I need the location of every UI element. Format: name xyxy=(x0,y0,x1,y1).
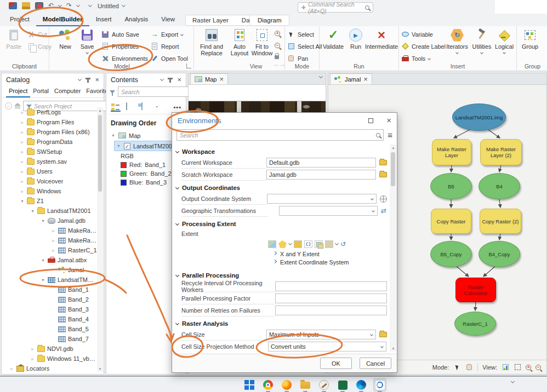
expander-icon[interactable]: ▹ xyxy=(20,159,25,164)
scroll-down-icon[interactable]: ▾ xyxy=(98,367,102,371)
tree-item[interactable]: Band_1 xyxy=(2,285,97,295)
pan-button[interactable]: Pan xyxy=(287,54,308,63)
section-processing-extent[interactable]: Processing Extent xyxy=(172,219,389,229)
zoom-in-icon[interactable]: + xyxy=(275,31,280,36)
xy-extent-expander[interactable]: X and Y Extent xyxy=(172,250,389,258)
intermediate-button[interactable]: × Intermediate xyxy=(364,28,398,50)
expander-icon[interactable]: ▹ xyxy=(20,179,25,184)
scroll-up-icon[interactable]: ▴ xyxy=(391,146,395,149)
taskbar-icon[interactable] xyxy=(243,378,256,391)
redo-dropdown-icon[interactable] xyxy=(76,3,80,7)
cell-size-projection-select[interactable] xyxy=(268,342,386,351)
retries-input[interactable] xyxy=(275,305,387,315)
catalog-scrollbar[interactable]: ▴ ▾ xyxy=(97,107,103,372)
tree-item[interactable]: ▹ MakeRas_Land... xyxy=(2,226,97,235)
expander-icon[interactable]: ▹ xyxy=(20,120,25,125)
save-button[interactable]: Save xyxy=(76,28,99,54)
close-icon[interactable] xyxy=(95,77,99,83)
tab-jamal[interactable]: Jamal xyxy=(330,73,372,84)
more-options-icon[interactable]: ••• xyxy=(173,104,181,111)
expander-icon[interactable]: ▹ xyxy=(51,238,56,243)
ribbon-tab[interactable]: Analysis xyxy=(118,14,155,26)
iterators-button[interactable]: ↻ Iterators xyxy=(444,28,470,54)
catalog-tab[interactable]: Project xyxy=(6,87,30,97)
maximize-icon[interactable] xyxy=(368,118,373,123)
taskbar-icon[interactable] xyxy=(317,378,331,391)
tab-list-icon[interactable] xyxy=(319,74,323,78)
paste-button[interactable]: Paste xyxy=(2,28,25,50)
scrollbar-thumb[interactable] xyxy=(391,152,395,186)
zoom-out-icon[interactable]: − xyxy=(535,365,541,370)
list-by-source-icon[interactable] xyxy=(126,103,136,112)
panel-menu-icon[interactable] xyxy=(160,77,164,81)
taskbar-icon[interactable] xyxy=(373,378,386,391)
layer-checkbox[interactable] xyxy=(124,143,130,149)
expander-icon[interactable]: ▹ xyxy=(51,228,56,233)
run-button[interactable]: ▶ Run xyxy=(346,28,366,50)
zoom-out-icon[interactable]: − xyxy=(275,43,280,48)
scrollbar-thumb[interactable] xyxy=(98,115,102,192)
system-tray-chevron-icon[interactable] xyxy=(511,379,515,383)
scroll-down-icon[interactable]: ▾ xyxy=(391,347,395,350)
dialog-menu-icon[interactable] xyxy=(388,132,392,139)
model-node-tool[interactable]: Make Raster Layer (2) xyxy=(480,139,522,165)
taskbar-icon[interactable] xyxy=(280,378,293,391)
scratch-workspace-input[interactable] xyxy=(266,170,376,180)
tree-item[interactable]: Band_7 xyxy=(2,334,97,344)
context-tab[interactable]: Raster Layer xyxy=(186,17,235,24)
tree-item[interactable]: Band_4 xyxy=(2,314,97,324)
save-dropdown-icon[interactable] xyxy=(86,51,89,54)
fit-to-window-button[interactable]: Fit to Window xyxy=(250,28,274,56)
expander-icon[interactable]: ▹ xyxy=(20,130,25,135)
tools-button[interactable]: Tools xyxy=(401,54,430,63)
customize-toolbar-icon[interactable] xyxy=(88,3,92,7)
expander-icon[interactable]: ▾ xyxy=(41,278,45,283)
properties-button[interactable]: Properties xyxy=(101,42,139,51)
search-icon[interactable] xyxy=(376,133,380,137)
expander-icon[interactable]: ▾ xyxy=(30,209,35,214)
tools-dropdown-icon[interactable] xyxy=(428,57,431,60)
expander-icon[interactable]: ▾ xyxy=(116,143,121,148)
expander-icon[interactable]: ▾ xyxy=(41,218,45,223)
tree-item[interactable]: ▹ Locators xyxy=(2,364,97,372)
expander-icon[interactable]: ▾ xyxy=(20,199,25,204)
expander-icon[interactable]: ▹ xyxy=(20,149,25,154)
geographic-transformations-select[interactable] xyxy=(279,206,378,216)
model-node-derived[interactable]: RasterC_1 xyxy=(454,312,496,336)
section-parallel-processing[interactable]: Parallel Processing xyxy=(172,270,389,280)
taskbar-icon[interactable] xyxy=(261,378,275,391)
taskbar-icon[interactable] xyxy=(299,378,312,391)
parallel-factor-input[interactable] xyxy=(275,293,387,303)
variable-button[interactable]: Variable xyxy=(401,30,433,39)
expander-icon[interactable]: ▹ xyxy=(20,189,25,194)
expander-icon[interactable]: ▾ xyxy=(41,258,45,263)
expander-icon[interactable]: ▹ xyxy=(30,356,35,361)
tree-item[interactable]: ▾ Z1 xyxy=(2,196,97,206)
list-by-drawing-order-icon[interactable] xyxy=(111,103,121,112)
report-button[interactable]: Report xyxy=(151,42,179,51)
tree-item[interactable]: ▹ Windows xyxy=(2,186,97,196)
catalog-tab[interactable]: Portal xyxy=(30,87,52,97)
expander-icon[interactable]: ▹ xyxy=(20,140,25,145)
model-node-derived[interactable]: B4 xyxy=(478,173,520,199)
environments-button[interactable]: Environments xyxy=(101,54,148,63)
tree-item[interactable]: ▹ ProgramData xyxy=(2,137,97,147)
model-node-derived[interactable]: B5 xyxy=(430,173,472,199)
tree-item[interactable]: ▹ PerfLogs xyxy=(2,107,97,117)
project-package-icon[interactable] xyxy=(9,2,17,9)
expander-icon[interactable]: ▾ xyxy=(111,133,116,138)
tree-item[interactable]: Jamal xyxy=(2,265,97,275)
extent-coordinate-system-expander[interactable]: Extent Coordinate System xyxy=(172,258,389,266)
extent-of-layer-icon[interactable] xyxy=(278,240,287,248)
select-mode-icon[interactable] xyxy=(453,364,461,371)
transform-icon[interactable]: ⇄ xyxy=(381,207,386,214)
cancel-button[interactable]: Cancel xyxy=(360,358,391,369)
browse-folder-icon[interactable] xyxy=(379,160,387,165)
paste-extent-icon[interactable] xyxy=(325,240,333,248)
tree-item[interactable]: ▹ Voiceover xyxy=(2,176,97,186)
iterators-dropdown-icon[interactable] xyxy=(455,51,459,54)
logical-dropdown-icon[interactable] xyxy=(503,51,506,54)
section-output-coordinates[interactable]: Output Coordinates xyxy=(172,183,389,193)
ok-button[interactable]: OK xyxy=(320,358,352,369)
validate-button[interactable]: ✓ Validate xyxy=(321,28,346,50)
